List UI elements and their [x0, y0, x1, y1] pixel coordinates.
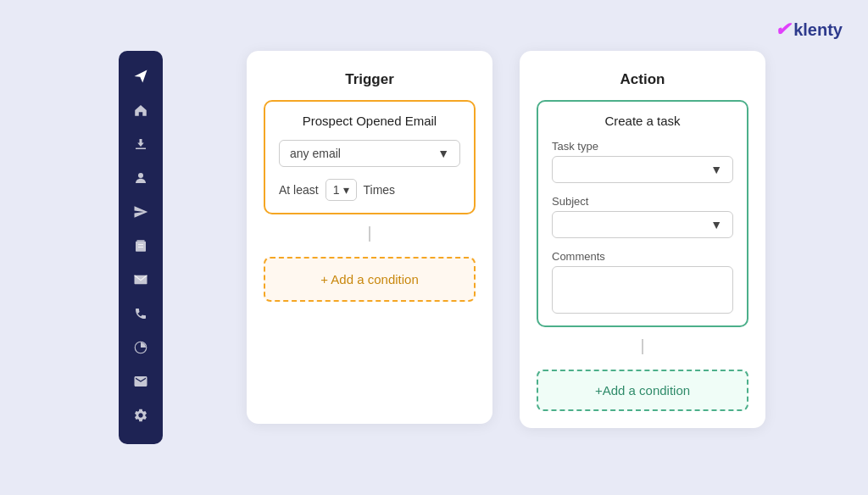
subject-dropdown[interactable]: ▼: [552, 211, 733, 238]
subject-arrow-icon: ▼: [710, 218, 722, 231]
svg-rect-1: [137, 240, 145, 242]
comments-field-group: Comments: [552, 250, 733, 314]
sidebar-icon-mail[interactable]: [125, 264, 156, 295]
task-type-field-group: Task type ▼: [552, 140, 733, 183]
klenty-text: klenty: [793, 20, 843, 40]
times-value: 1: [333, 183, 340, 197]
svg-point-0: [138, 173, 143, 178]
action-card: Action Create a task Task type ▼ Subject…: [520, 51, 765, 428]
sidebar-icon-settings[interactable]: [125, 400, 156, 431]
trigger-card-title: Trigger: [345, 71, 394, 88]
klenty-logo: ✔ klenty: [775, 19, 843, 41]
trigger-card: Trigger Prospect Opened Email any email …: [247, 51, 492, 424]
action-connector-line: [642, 339, 643, 354]
svg-rect-2: [136, 242, 146, 252]
main-content: Trigger Prospect Opened Email any email …: [170, 51, 843, 444]
sidebar-icon-paper-plane[interactable]: [125, 197, 156, 227]
sidebar: [119, 51, 163, 444]
action-label: Create a task: [604, 114, 680, 128]
action-inner-box: Create a task Task type ▼ Subject ▼ Com: [537, 100, 748, 327]
sidebar-icon-clipboard[interactable]: [125, 231, 156, 261]
action-add-condition-button[interactable]: +Add a condition: [537, 370, 748, 411]
at-least-row: At least 1 ▾ Times: [279, 179, 460, 201]
times-label: Times: [364, 183, 396, 197]
sidebar-icon-phone[interactable]: [125, 298, 156, 329]
any-email-arrow-icon: ▼: [437, 147, 449, 160]
comments-textarea[interactable]: [552, 266, 733, 314]
task-type-label: Task type: [552, 140, 733, 153]
at-least-label: At least: [279, 183, 319, 197]
comments-label: Comments: [552, 250, 733, 263]
subject-field-group: Subject ▼: [552, 195, 733, 238]
sidebar-icon-download[interactable]: [125, 129, 156, 159]
connector-line: [369, 226, 370, 242]
trigger-inner-box: Prospect Opened Email any email ▼ At lea…: [264, 100, 476, 214]
action-card-title: Action: [620, 71, 665, 88]
subject-label: Subject: [552, 195, 733, 208]
sidebar-icon-person[interactable]: [125, 163, 156, 193]
any-email-dropdown[interactable]: any email ▼: [279, 140, 460, 167]
task-type-arrow-icon: ▼: [710, 163, 722, 176]
times-dropdown-arrow: ▾: [343, 183, 349, 197]
sidebar-icon-envelope[interactable]: [125, 366, 156, 397]
trigger-label: Prospect Opened Email: [303, 114, 437, 128]
klenty-check-icon: ✔: [775, 19, 790, 41]
sidebar-icon-home[interactable]: [125, 95, 156, 125]
times-value-dropdown[interactable]: 1 ▾: [326, 179, 357, 201]
any-email-value: any email: [290, 147, 341, 160]
task-type-dropdown[interactable]: ▼: [552, 156, 733, 183]
sidebar-icon-send[interactable]: [125, 61, 156, 92]
trigger-add-condition-button[interactable]: + Add a condition: [264, 257, 476, 302]
sidebar-icon-chart[interactable]: [125, 332, 156, 363]
